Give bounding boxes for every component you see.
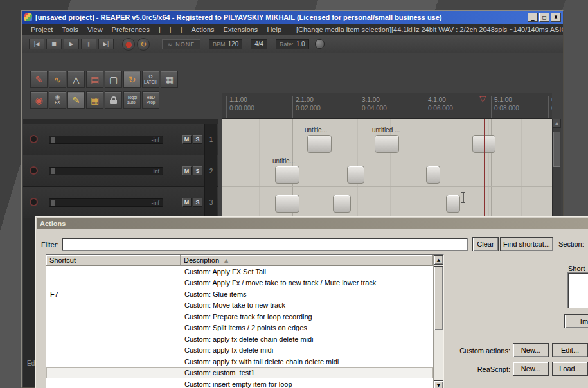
routing-grid-icon[interactable]: ▦ [161,71,178,88]
play-cursor-marker[interactable]: ▽ [479,94,486,103]
hed-prop-button[interactable]: HeD Prop [142,91,159,109]
action-row[interactable]: Custom: apply fx delete chain delete mid… [46,333,433,345]
record-arm-knob[interactable] [30,198,38,206]
lock-icon[interactable] [105,91,122,109]
media-item-body[interactable] [375,135,399,153]
media-item-body[interactable] [275,166,299,184]
import-button[interactable]: Import... [564,314,588,328]
ripple-edit-icon[interactable]: ▤ [86,71,103,88]
rate-box[interactable]: Rate: 1.0 [276,39,308,49]
solo-button[interactable]: S [193,135,202,144]
media-item[interactable] [333,195,351,213]
envelope-curve-icon[interactable]: ∿ [49,71,66,88]
clear-button[interactable]: Clear [472,237,499,251]
fader-thumb[interactable] [51,137,55,143]
go-to-end-button[interactable]: ▶| [98,39,114,49]
media-item[interactable] [426,166,440,184]
action-row[interactable]: Custom: Move take to new track [46,300,433,312]
scroll-down-icon[interactable]: ▼ [434,380,443,388]
mute-button[interactable]: M [182,166,192,175]
media-item[interactable]: untitle... [307,135,332,153]
fader-thumb[interactable] [51,200,55,206]
action-row[interactable]: F7Custom: Glue items [46,288,433,300]
menu-help[interactable]: Help [262,25,286,34]
media-item-body[interactable] [426,166,440,184]
media-item[interactable] [275,195,299,213]
scrollbar-thumb[interactable] [434,266,443,330]
time-signature-box[interactable]: 4/4 [251,39,267,49]
rate-knob[interactable] [315,39,325,49]
media-item-body[interactable] [347,166,364,184]
media-item[interactable]: untitled ... [375,135,399,153]
action-row[interactable]: Custom: Apply FX Set Tail [46,266,433,278]
mouse-context-label[interactable]: [Change media item selection] [296,26,391,33]
action-row[interactable]: Custom: custom_test1 [46,367,433,379]
fx-eye-icon[interactable]: ◉FX [49,91,66,109]
media-item-body[interactable] [275,195,299,213]
repeat-button[interactable]: ↻ [137,38,150,51]
stop-button[interactable]: ■ [46,39,62,49]
pencil-edit-icon[interactable]: ✎ [30,71,48,88]
media-item[interactable] [446,195,460,213]
bpm-value[interactable]: 120 [228,40,239,48]
action-row[interactable]: Custom: insert empty item for loop [46,378,433,388]
item-fade-icon[interactable]: △ [67,71,85,88]
volume-fader[interactable]: -inf [49,136,163,144]
shortcut-list-box[interactable] [567,272,588,308]
find-shortcut-button[interactable]: Find shortcut... [500,237,553,251]
time-selection-box[interactable]: ≈ NONE [162,39,200,49]
main-titlebar[interactable]: [unsaved project] - REAPER v5.0rc5/x64 -… [22,11,563,24]
latch-automation-button[interactable]: ↺LATCH [142,71,159,88]
menu-separator[interactable]: | [176,25,187,34]
solo-button[interactable]: S [193,166,202,175]
media-item-body[interactable] [307,135,332,153]
reascript-load-button[interactable]: Load... [552,362,588,376]
filter-input[interactable] [62,238,468,251]
bpm-box[interactable]: BPM 120 [209,39,242,49]
loop-points-icon[interactable]: ↻ [123,71,141,88]
toggle-auto-button[interactable]: Toggl auto- [123,91,141,109]
menu-preferences[interactable]: Preferences [107,25,154,34]
media-item[interactable] [347,166,364,184]
media-item-body[interactable] [333,195,351,213]
scroll-up-icon[interactable]: ▲ [553,119,561,128]
mute-button[interactable]: M [182,198,192,207]
custom-actions-edit-button[interactable]: Edit... [552,343,588,357]
record-arm-all-icon[interactable]: ◉ [30,91,48,109]
maximize-button[interactable]: □ [539,13,549,22]
actions-list[interactable]: Shortcut Description ▲ Custom: Apply FX … [46,254,444,388]
mute-button[interactable]: M [182,135,192,144]
menu-project[interactable]: Project [26,25,57,34]
pause-button[interactable]: ∥ [81,39,96,49]
rate-value[interactable]: 1.0 [296,40,305,48]
actions-list-scrollbar[interactable]: ▲ ▼ [433,255,443,388]
track-number[interactable]: 2 [204,155,217,187]
action-row[interactable]: Custom: Prepare track for loop recording [46,311,433,322]
action-row[interactable]: Custom: apply fx with tail delete chain … [46,356,433,367]
menu-separator[interactable]: | [165,25,176,34]
action-row[interactable]: Custom: Apply Fx / move take to new trac… [46,278,433,289]
marquee-select-icon[interactable]: ▢ [105,71,122,88]
solo-button[interactable]: S [193,198,202,207]
volume-fader[interactable]: -inf [49,198,163,207]
scroll-up-icon[interactable]: ▲ [434,255,443,265]
column-shortcut[interactable]: Shortcut [46,255,181,266]
audio-status-label[interactable]: [44.1kHz 24bit WAV : 2/2ch 2048spls ~140… [391,26,564,33]
custom-actions-new-button[interactable]: New... [513,343,549,357]
record-arm-knob[interactable] [30,135,38,143]
grid-blocks-icon[interactable]: ▦ [86,91,103,109]
minimize-button[interactable]: _ [528,13,538,22]
play-button[interactable]: ▶ [64,39,79,49]
menu-separator[interactable]: | [154,25,165,34]
record-arm-knob[interactable] [30,166,38,175]
volume-fader[interactable]: -inf [49,167,163,175]
track-number[interactable]: 1 [204,124,217,155]
menu-view[interactable]: View [83,25,107,34]
go-to-start-button[interactable]: |◀ [29,39,44,49]
scrollbar-thumb[interactable] [553,132,560,167]
close-button[interactable]: X [551,13,561,22]
draw-pencil-icon[interactable]: ✎ [67,91,85,109]
track-number[interactable]: 3 [204,187,217,218]
column-description[interactable]: Description ▲ [181,255,433,266]
reascript-new-button[interactable]: New... [513,362,549,376]
